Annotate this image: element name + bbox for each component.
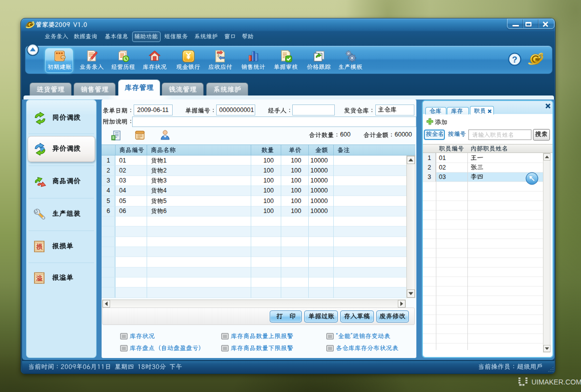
svg-text:?: ? bbox=[512, 55, 517, 64]
